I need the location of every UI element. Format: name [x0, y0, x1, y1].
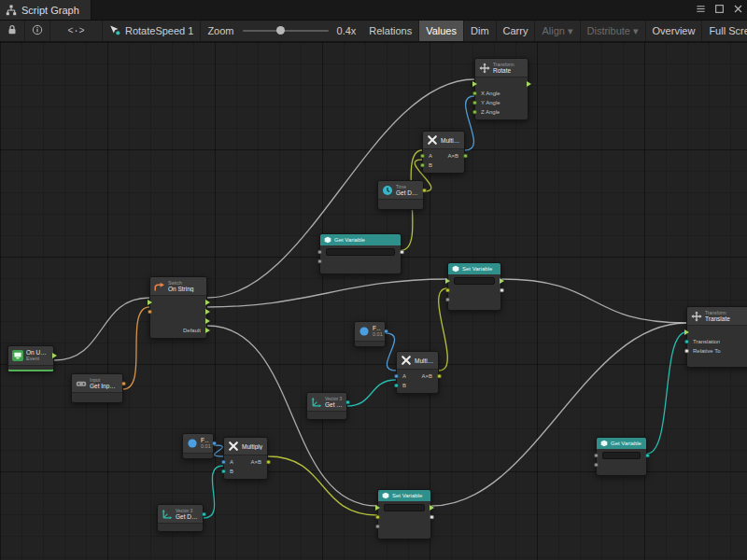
flow-port[interactable]: [500, 278, 504, 284]
zoom-slider-thumb[interactable]: [276, 26, 285, 35]
data-port[interactable]: [221, 469, 226, 474]
flow-port[interactable]: [684, 329, 689, 335]
data-port[interactable]: [472, 110, 477, 115]
port-dot-icon: [437, 374, 442, 379]
flow-port[interactable]: [527, 81, 531, 87]
vector3-icon: [311, 397, 322, 408]
data-port[interactable]: [420, 163, 425, 168]
variable-name-field[interactable]: [602, 452, 641, 459]
graph-canvas[interactable]: TransformRotateX AngleY AngleZ AngleMult…: [0, 42, 747, 560]
node-set-variable-mid[interactable]: Set Variable: [447, 262, 501, 311]
data-port[interactable]: [266, 460, 271, 465]
node-row: [320, 257, 401, 266]
flow-port[interactable]: [205, 309, 210, 315]
data-port[interactable]: [422, 188, 427, 192]
data-port[interactable]: [684, 340, 689, 344]
node-get-delta-time[interactable]: TimeGet Delta Time: [377, 180, 424, 210]
data-port[interactable]: [121, 381, 126, 385]
node-header: SwitchOn String: [150, 277, 206, 296]
data-port[interactable]: [594, 454, 599, 458]
data-port[interactable]: [420, 154, 425, 159]
node-get-input-string[interactable]: InputGet Input String: [71, 373, 123, 403]
flow-port[interactable]: [205, 328, 210, 333]
flow-port[interactable]: [445, 278, 450, 284]
data-port[interactable]: [148, 310, 152, 315]
toolbar-button-distribute[interactable]: Distribute ▾: [581, 21, 646, 41]
flow-arrow-icon: [148, 300, 152, 305]
port-label: A×B: [250, 459, 261, 465]
node-float-low[interactable]: Float0.01: [182, 433, 214, 459]
switch-icon: [154, 281, 165, 292]
data-port[interactable]: [394, 374, 399, 379]
node-float-mid[interactable]: Float0.01: [354, 321, 386, 347]
node-get-variable-top[interactable]: Get Variable: [319, 233, 402, 274]
data-port[interactable]: [375, 515, 380, 520]
toolbar-button-align[interactable]: Align ▾: [535, 21, 580, 41]
node-multiply-low[interactable]: MultiplyAA×BB: [223, 437, 268, 480]
data-port[interactable]: [317, 250, 322, 255]
data-port[interactable]: [212, 441, 217, 446]
node-get-down[interactable]: Vector 3Get Down: [157, 504, 204, 532]
flow-port[interactable]: [472, 81, 477, 87]
zoom-slider[interactable]: [243, 30, 329, 32]
data-port[interactable]: [221, 460, 226, 465]
data-port[interactable]: [400, 250, 404, 255]
maximize-button[interactable]: [710, 0, 728, 20]
data-port[interactable]: [594, 463, 599, 468]
variable-name-field[interactable]: [454, 277, 495, 285]
menu-button[interactable]: [691, 0, 710, 20]
flow-port[interactable]: [205, 300, 210, 305]
data-port[interactable]: [345, 399, 350, 404]
info-button[interactable]: [25, 21, 50, 41]
toolbar-button-dim[interactable]: Dim: [464, 21, 497, 41]
graph-name-chip[interactable]: RotateSpeed 1: [103, 21, 201, 41]
flow-port[interactable]: [375, 505, 380, 511]
variable-node-header: Get Variable: [597, 438, 646, 449]
node-row: Relative To: [687, 346, 747, 356]
data-port[interactable]: [317, 259, 322, 264]
wire-setvar-bottom-to-translate: [431, 323, 686, 506]
data-port[interactable]: [445, 298, 450, 302]
toolbar-button-relations[interactable]: Relations: [362, 21, 419, 41]
data-port[interactable]: [437, 374, 442, 379]
data-port[interactable]: [463, 154, 468, 159]
data-port[interactable]: [202, 511, 206, 516]
node-multiply-top[interactable]: MultiplyAA×BB: [422, 131, 465, 174]
variable-name-field[interactable]: [384, 504, 425, 511]
flow-port[interactable]: [205, 318, 210, 324]
data-port[interactable]: [472, 91, 477, 96]
wire-getvar-right-to-translate: [647, 332, 686, 454]
flow-port[interactable]: [430, 505, 434, 511]
node-get-up[interactable]: Vector 3Get Up: [306, 392, 347, 420]
node-multiply-mid[interactable]: MultiplyAA×BB: [396, 351, 439, 394]
variable-name-field[interactable]: [326, 248, 395, 256]
toolbar-button-values[interactable]: Values: [419, 21, 464, 41]
port-dot-icon: [394, 374, 399, 379]
data-port[interactable]: [430, 515, 434, 520]
data-port[interactable]: [394, 384, 399, 388]
flow-port[interactable]: [52, 353, 57, 358]
data-port[interactable]: [375, 525, 380, 529]
data-port[interactable]: [445, 288, 450, 293]
data-port[interactable]: [384, 329, 388, 334]
node-translate[interactable]: TransformTranslateTranslationRelative To: [686, 306, 747, 368]
tab-script-graph[interactable]: Script Graph: [0, 0, 92, 20]
node-rotate[interactable]: TransformRotateX AngleY AngleZ Angle: [474, 58, 529, 120]
data-port[interactable]: [500, 288, 504, 293]
close-button[interactable]: [728, 0, 747, 20]
toolbar-button-overview[interactable]: Overview: [646, 21, 703, 41]
node-get-variable-right[interactable]: Get Variable: [596, 437, 647, 476]
node-set-variable-bottom[interactable]: Set Variable: [377, 489, 431, 539]
node-subtitle: 0.01: [201, 443, 209, 450]
lock-button[interactable]: [0, 21, 25, 41]
flow-port[interactable]: [148, 300, 152, 305]
node-on-update[interactable]: On UpdateEvent: [7, 345, 54, 371]
data-port[interactable]: [645, 454, 650, 458]
toolbar-button-full-screen[interactable]: Full Screen: [702, 21, 747, 41]
code-view-button[interactable]: <·>: [50, 21, 103, 41]
node-switch-on-string[interactable]: SwitchOn StringDefault: [149, 276, 207, 339]
data-port[interactable]: [684, 349, 689, 354]
toolbar-button-carry[interactable]: Carry: [497, 21, 536, 41]
data-port[interactable]: [472, 101, 477, 105]
flow-arrow-icon: [205, 309, 210, 315]
